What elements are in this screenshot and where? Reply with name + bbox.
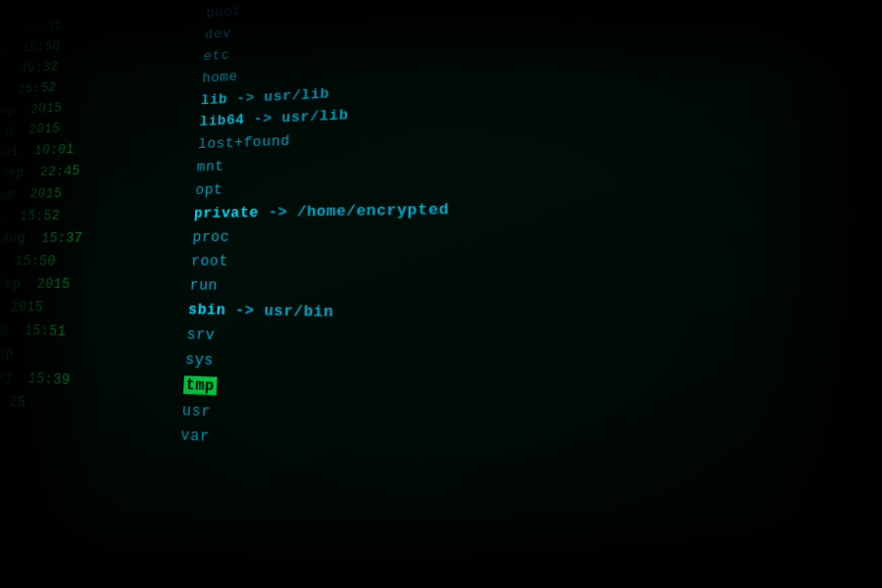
filename: proc: [192, 226, 230, 251]
filename: usr: [181, 398, 212, 425]
filename: run: [189, 274, 219, 299]
terminal-content: 15:53 bin -> usr/bin 8. Sep 2015 bin -> …: [0, 0, 882, 558]
filename: tmp: [183, 372, 218, 399]
terminal-window: 15:53 bin -> usr/bin 8. Sep 2015 bin -> …: [0, 0, 882, 588]
file-meta: 4096 12. Aug 15:37: [0, 226, 193, 251]
file-meta: 7 30. Sep 15:50: [0, 250, 192, 273]
filename: home: [202, 66, 239, 90]
filename: srv: [186, 322, 216, 348]
filename: private -> /home/encrypted: [193, 198, 449, 226]
filename: etc: [203, 45, 230, 69]
filename: lost+found: [197, 130, 290, 157]
filename: dev: [204, 23, 231, 46]
filename: var: [179, 423, 210, 451]
filename: opt: [195, 179, 223, 203]
filename: sbin -> usr/bin: [187, 298, 334, 325]
filename: mnt: [196, 156, 224, 179]
filename: sys: [184, 348, 214, 374]
filename: root: [190, 250, 228, 274]
filename: boot: [206, 1, 242, 25]
edge-bottom: [0, 510, 882, 588]
file-meta: 0 21. Sep 15:52: [0, 203, 195, 229]
file-meta: 4096 30. Sep 2015: [0, 272, 190, 298]
